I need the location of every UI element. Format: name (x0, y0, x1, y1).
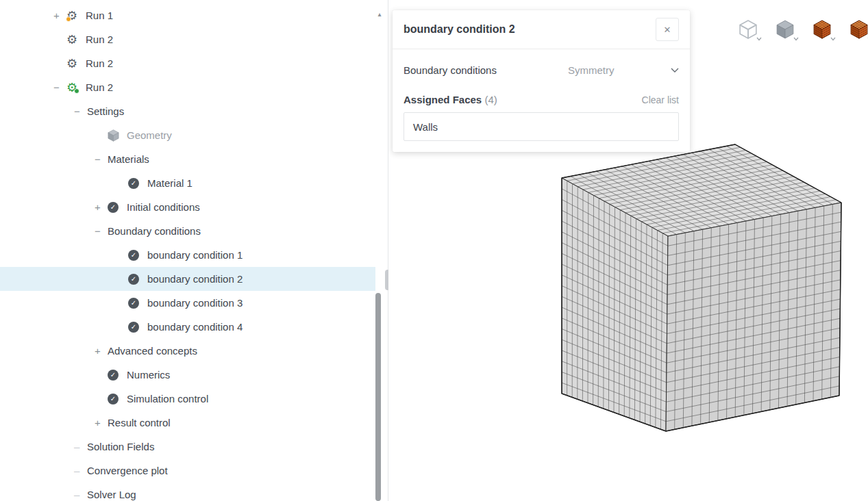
check-icon: ✓ (108, 391, 127, 407)
gear-icon: ⚙ (66, 56, 86, 71)
tree-item-label: Settings (87, 105, 124, 117)
tree-item-solver-log[interactable]: –Solver Log (0, 483, 375, 501)
tree-item-settings[interactable]: −Settings (0, 99, 375, 123)
chevron-down-icon (830, 33, 836, 43)
chevron-down-icon (671, 68, 679, 73)
tree-item-solution-fields[interactable]: –Solution Fields (0, 435, 375, 459)
clear-list-link[interactable]: Clear list (642, 94, 679, 105)
expand-icon[interactable]: + (53, 10, 66, 21)
gear-icon: ⚙ (66, 8, 86, 23)
tree-item-label: boundary condition 1 (147, 249, 243, 261)
tree-item-boundary-condition-1[interactable]: ✓boundary condition 1 (0, 243, 375, 267)
face-item-walls[interactable]: Walls (404, 113, 678, 140)
check-icon: ✓ (108, 368, 127, 383)
leaf-dash-icon: – (74, 441, 87, 452)
assigned-faces-row: Assigned Faces (4) Clear list (393, 76, 690, 105)
boundary-type-value: Symmetry (568, 64, 615, 76)
success-badge (74, 88, 79, 94)
tree-item-advanced-concepts[interactable]: +Advanced concepts (0, 339, 375, 363)
scroll-up-icon[interactable]: ▴ (374, 10, 385, 19)
view-mesh-active-button[interactable] (847, 18, 868, 42)
tree-item-boundary-condition-3[interactable]: ✓boundary condition 3 (0, 291, 375, 315)
collapse-icon[interactable]: − (95, 226, 108, 236)
view-cube-outline-button[interactable] (736, 18, 760, 42)
tree-scrollbar-thumb[interactable] (375, 293, 381, 501)
tree-item-label: boundary condition 2 (147, 273, 243, 285)
tree-item-boundary-conditions[interactable]: −Boundary conditions (0, 219, 375, 243)
view-cube-solid-button[interactable] (773, 18, 797, 42)
tree-item-geometry[interactable]: Geometry (0, 123, 375, 147)
leaf-dash-icon: – (74, 489, 87, 500)
tree-item-materials[interactable]: −Materials (0, 147, 375, 171)
boundary-condition-panel: boundary condition 2 ✕ Boundary conditio… (393, 10, 690, 152)
check-icon: ✓ (128, 320, 147, 335)
tree-item-label: Numerics (127, 369, 170, 381)
expand-icon[interactable]: + (95, 346, 108, 356)
tree-item-label: Initial conditions (127, 201, 200, 213)
collapse-icon[interactable]: − (53, 82, 66, 92)
check-icon: ✓ (128, 248, 147, 263)
tree-item-convergence-plot[interactable]: –Convergence plot (0, 459, 375, 483)
leaf-dash-icon: – (74, 465, 87, 476)
tree-item-label: Solver Log (87, 489, 136, 500)
tree-item-run-2[interactable]: ⚙Run 2 (0, 51, 375, 75)
cube-solid-icon (776, 20, 794, 41)
expand-icon[interactable]: + (95, 418, 108, 428)
cube-outline-icon (739, 20, 757, 41)
viewport-3d[interactable]: boundary condition 2 ✕ Boundary conditio… (388, 0, 868, 501)
app-root: +⚙Run 1⚙Run 2⚙Run 2−⚙Run 2−SettingsGeome… (0, 0, 868, 501)
tree-item-numerics[interactable]: ✓Numerics (0, 363, 375, 387)
tree-item-label: Materials (108, 153, 149, 165)
simulation-tree-panel: +⚙Run 1⚙Run 2⚙Run 2−⚙Run 2−SettingsGeome… (0, 0, 388, 501)
panel-title: boundary condition 2 (404, 23, 515, 36)
view-toolbar (736, 18, 868, 42)
close-button[interactable]: ✕ (656, 18, 679, 41)
collapse-icon[interactable]: − (95, 154, 108, 164)
tree-item-label: Geometry (127, 129, 172, 141)
tree-item-run-1[interactable]: +⚙Run 1 (0, 3, 375, 27)
check-icon: ✓ (108, 200, 127, 215)
check-icon: ✓ (128, 272, 147, 287)
tree-item-label: Run 2 (86, 34, 113, 45)
tree-item-material-1[interactable]: ✓Material 1 (0, 171, 375, 195)
tree-item-label: boundary condition 4 (147, 321, 243, 333)
check-icon: ✓ (128, 296, 147, 311)
tree-item-simulation-control[interactable]: ✓Simulation control (0, 387, 375, 411)
tree-item-label: Boundary conditions (108, 225, 201, 237)
assigned-faces-label: Assigned Faces (404, 94, 482, 105)
tree-item-run-2[interactable]: ⚙Run 2 (0, 27, 375, 51)
expand-icon[interactable]: + (95, 202, 108, 212)
assigned-faces-count: (4) (484, 94, 497, 105)
boundary-type-dropdown[interactable]: Symmetry (568, 64, 679, 76)
tree-item-boundary-condition-2[interactable]: ✓boundary condition 2 (0, 267, 375, 291)
tree-item-label: Advanced concepts (108, 345, 197, 357)
tree-item-initial-conditions[interactable]: +✓Initial conditions (0, 195, 375, 219)
assigned-faces-list: Walls (404, 112, 679, 141)
boundary-type-label: Boundary conditions (404, 64, 497, 76)
gear-icon: ⚙ (66, 80, 86, 95)
tree-item-label: Run 2 (86, 57, 113, 69)
tree-item-result-control[interactable]: +Result control (0, 411, 375, 435)
collapse-icon[interactable]: − (74, 106, 87, 116)
geometry-icon (108, 128, 127, 143)
chevron-down-icon (793, 33, 799, 43)
tree-item-label: Result control (108, 417, 171, 428)
check-icon: ✓ (128, 176, 147, 191)
tree-item-run-2[interactable]: −⚙Run 2 (0, 75, 375, 99)
cube-mesh-icon (813, 20, 831, 41)
panel-header: boundary condition 2 ✕ (393, 10, 690, 49)
tree-item-label: boundary condition 3 (147, 297, 243, 309)
tree-item-label: Material 1 (147, 177, 193, 189)
simulation-tree: +⚙Run 1⚙Run 2⚙Run 2−⚙Run 2−SettingsGeome… (0, 3, 375, 501)
warning-badge (66, 16, 71, 22)
tree-item-label: Solution Fields (87, 441, 154, 452)
tree-item-boundary-condition-4[interactable]: ✓boundary condition 4 (0, 315, 375, 339)
tree-item-label: Run 2 (86, 81, 113, 93)
gear-icon: ⚙ (66, 32, 86, 47)
tree-item-label: Run 1 (86, 10, 113, 21)
view-mesh-button[interactable] (810, 18, 834, 42)
tree-item-label: Simulation control (127, 393, 208, 404)
boundary-type-row: Boundary conditions Symmetry (393, 49, 690, 76)
tree-item-label: Convergence plot (87, 465, 168, 476)
cube-mesh-active-icon (850, 20, 868, 41)
